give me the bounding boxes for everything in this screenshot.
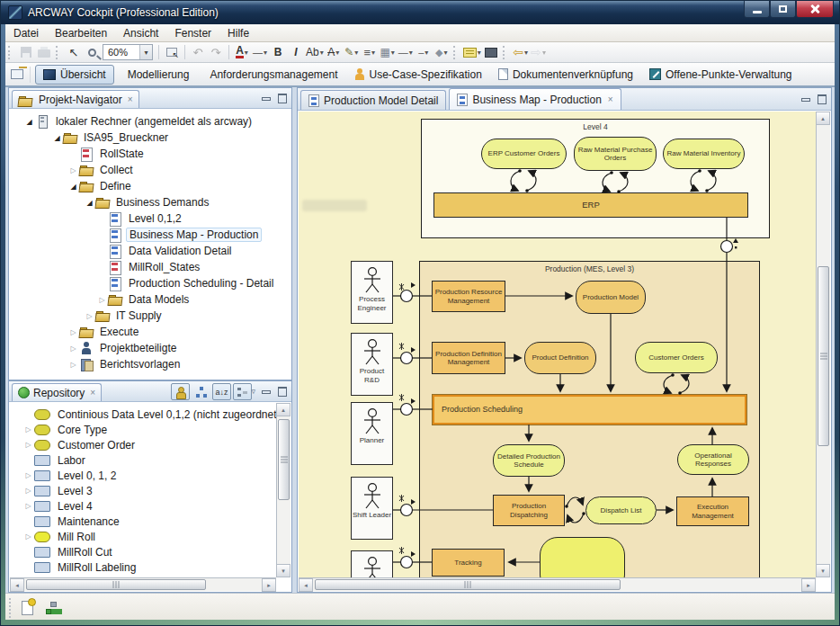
expand-arrow-icon[interactable]: ▷ xyxy=(22,425,34,434)
scroll-thumb[interactable] xyxy=(26,579,206,590)
actor-product-rd[interactable]: Product R&D xyxy=(351,333,393,396)
diagram-canvas[interactable]: Level 4 ERP Customer Orders Raw Material… xyxy=(299,112,816,579)
view-menu-chevron-icon[interactable]: ▿ xyxy=(251,387,255,396)
toolbar-handle[interactable] xyxy=(503,46,509,59)
titlebar[interactable]: ARCWAY Cockpit (Professional Edition) xyxy=(1,1,839,24)
menu-item[interactable]: Fenster xyxy=(166,25,219,41)
list-item[interactable]: ▷Customer Order xyxy=(10,437,276,452)
maximize-view-button[interactable] xyxy=(816,94,827,103)
expand-arrow-icon[interactable]: ◢ xyxy=(67,183,79,191)
node-production-model[interactable]: Production Model xyxy=(576,281,646,314)
show-diagram-elements-button[interactable] xyxy=(192,383,210,400)
minimize-button[interactable] xyxy=(744,1,770,18)
expand-arrow-icon[interactable]: ▷ xyxy=(84,312,95,320)
minimize-view-button[interactable] xyxy=(260,386,272,396)
filter-actors-button[interactable] xyxy=(171,383,190,400)
navigate-back-button[interactable]: ⇦▾ xyxy=(512,43,530,61)
maximize-view-button[interactable] xyxy=(276,386,288,396)
tree-item[interactable]: ▷Execute xyxy=(10,324,290,340)
actor-shift-leader[interactable]: Shift Leader xyxy=(351,477,393,540)
list-item[interactable]: MillRoll Labeling xyxy=(10,559,276,575)
tree-item[interactable]: RollState xyxy=(10,146,290,162)
node-detailed-production-schedule[interactable]: Detailed Production Schedule xyxy=(493,444,565,477)
status-model-tree-icon[interactable] xyxy=(46,602,60,614)
redo-button[interactable]: ↷ xyxy=(207,43,225,61)
tree-item[interactable]: ▷Projektbeteiligte xyxy=(10,340,290,356)
navigator-tab[interactable]: Projekt-Navigator × xyxy=(12,90,139,108)
list-item[interactable]: ▷Level 3 xyxy=(10,483,276,498)
dash-style-button[interactable]: –▾ xyxy=(415,43,433,61)
node-customer-orders[interactable]: Customer Orders xyxy=(635,342,718,373)
print-button[interactable] xyxy=(35,43,53,61)
bold-button[interactable]: B xyxy=(269,43,287,61)
expand-arrow-icon[interactable]: ▷ xyxy=(67,328,79,336)
navigate-forward-button[interactable]: ⇨▾ xyxy=(530,43,548,61)
menu-item[interactable]: Datei xyxy=(5,25,47,41)
tree-item[interactable]: ▷IT Supply xyxy=(10,308,290,324)
tree-item[interactable]: Level 0,1,2 xyxy=(10,210,290,227)
scroll-down-button[interactable]: ▾ xyxy=(816,564,830,577)
editor-tab-business-map-production[interactable]: Business Map - Production × xyxy=(449,88,621,110)
tree-mode-button[interactable] xyxy=(233,383,252,400)
scroll-left-button[interactable]: ◂ xyxy=(299,578,313,592)
node-product-definition[interactable]: Product Definition xyxy=(524,342,596,374)
zoom-tool-button[interactable] xyxy=(83,43,101,61)
strike-button[interactable]: A▾ xyxy=(325,43,343,61)
perspective-ueber[interactable]: Übersicht xyxy=(35,65,114,85)
list-item[interactable]: Labor xyxy=(10,452,276,468)
diagram-pointer-button[interactable] xyxy=(163,43,181,61)
expand-arrow-icon[interactable]: ▷ xyxy=(67,361,79,369)
tree-item[interactable]: ▷Collect xyxy=(10,162,290,178)
close-icon[interactable]: × xyxy=(606,94,613,104)
status-note-icon[interactable] xyxy=(22,601,33,615)
tree-item[interactable]: ◢Define xyxy=(10,178,290,194)
node-production-definition-management[interactable]: Production Definition Management xyxy=(432,342,505,374)
expand-arrow-icon[interactable]: ▷ xyxy=(22,502,34,510)
font-button[interactable]: Ab▾ xyxy=(305,43,325,61)
tree-item[interactable]: MillRoll_States xyxy=(10,259,290,275)
minimize-view-button[interactable] xyxy=(260,93,272,103)
tree-item[interactable]: Data Validation Detail xyxy=(10,243,290,259)
node-tracking[interactable]: Tracking xyxy=(432,549,505,577)
scroll-down-button[interactable]: ▾ xyxy=(276,564,290,577)
tree-item[interactable]: ◢Business Demands xyxy=(10,194,290,210)
node-production-dispatching[interactable]: Production Dispatching xyxy=(493,495,565,526)
menu-item[interactable]: Hilfe xyxy=(219,25,257,41)
repository-vscrollbar[interactable]: ▴ ▾ xyxy=(276,403,290,577)
frame-button[interactable] xyxy=(482,43,500,61)
list-item[interactable]: ▷Mill Roll xyxy=(10,529,276,544)
expand-arrow-icon[interactable]: ◢ xyxy=(23,118,35,126)
node-production-scheduling[interactable]: Production Scheduling xyxy=(433,395,746,425)
scroll-thumb[interactable] xyxy=(315,579,621,590)
editor-tab-production-model-detail[interactable]: Production Model Detail xyxy=(300,90,446,110)
tree-item[interactable]: ▷Berichtsvorlagen xyxy=(10,356,290,372)
expand-arrow-icon[interactable]: ▷ xyxy=(22,532,34,541)
expand-arrow-icon[interactable]: ▷ xyxy=(22,441,34,449)
perspective-doc[interactable]: Dokumentenverknüpfung xyxy=(491,66,640,84)
select-tool-button[interactable]: ↖ xyxy=(65,43,83,61)
perspective-anford[interactable]: Anforderungsmanagement xyxy=(198,66,344,84)
list-item[interactable]: Maintenance xyxy=(10,514,276,529)
scroll-thumb[interactable] xyxy=(278,419,290,500)
tree-item[interactable]: ◢ISA95_Brueckner xyxy=(10,130,290,146)
toolbar-handle[interactable] xyxy=(8,46,14,59)
toolbar-handle[interactable] xyxy=(453,46,460,59)
expand-arrow-icon[interactable]: ▷ xyxy=(96,296,108,304)
layer-style-button[interactable]: ≡▾ xyxy=(361,43,379,61)
line-width-button[interactable]: —▾ xyxy=(397,43,415,61)
node-production-resource-management[interactable]: Production Resource Management xyxy=(432,281,505,312)
expand-arrow-icon[interactable]: ▷ xyxy=(67,344,79,353)
scroll-up-button[interactable]: ▴ xyxy=(276,403,290,416)
node-dispatch-list[interactable]: Dispatch List xyxy=(585,496,657,524)
scroll-right-button[interactable]: ▸ xyxy=(801,578,816,592)
close-icon[interactable]: × xyxy=(126,94,133,104)
node-erp[interactable]: ERP xyxy=(433,192,748,218)
open-perspective-icon[interactable] xyxy=(11,69,23,79)
expand-arrow-icon[interactable]: ▷ xyxy=(22,471,34,479)
list-item[interactable]: ▷Level 0, 1, 2 xyxy=(10,468,276,483)
editor-hscrollbar[interactable]: ◂ ▸ xyxy=(299,577,816,591)
minimize-view-button[interactable] xyxy=(800,94,811,103)
note-button[interactable]: ▾ xyxy=(462,43,482,61)
actor-planner[interactable]: Planner xyxy=(351,402,393,465)
tree-item[interactable]: ◢lokaler Rechner (angemeldet als arcway) xyxy=(10,113,290,130)
